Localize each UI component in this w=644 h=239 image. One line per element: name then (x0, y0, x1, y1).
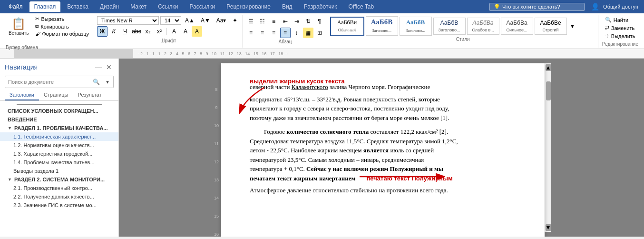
cut-label: Вырезать (41, 16, 64, 22)
align-center-button[interactable]: ≡ (257, 28, 268, 38)
paste-button[interactable]: 📋 Вставить (5, 15, 32, 48)
shading-para-button[interactable]: ▦ (303, 28, 313, 38)
styles-scroll-down[interactable]: ▼ (568, 23, 577, 30)
font-size-select[interactable]: 14 (160, 16, 181, 25)
tab-design[interactable]: Дизайн (95, 1, 124, 12)
italic-button[interactable]: К (108, 26, 119, 37)
nav-item-4[interactable]: 1.2. Нормативы оценки качеств... (0, 141, 118, 149)
nav-search-dropdown-icon[interactable]: ▾ (102, 76, 113, 88)
style-h2-button[interactable]: АаБбВ Заголово... (400, 17, 432, 36)
style-strict-button[interactable]: АаБбВе Строгий (535, 18, 567, 35)
font-group: Times New R 14 A▲ A▼ Aa▾ ✦ Ж К Ч abc x₂ … (94, 15, 243, 48)
nav-item-0[interactable]: СПИСОК УСЛОВНЫХ СОКРАЩЕН... (0, 107, 118, 115)
scrollbar-track[interactable]: ▲ ▼ (545, 63, 551, 232)
nav-controls: — ✕ (94, 62, 114, 72)
bullets-button[interactable]: ☰ (246, 16, 256, 27)
tab-office-tab[interactable]: Office Tab (344, 1, 379, 12)
nav-tab-pages[interactable]: Страницы (39, 90, 73, 100)
nav-item-5[interactable]: 1.3. Характеристика городской... (0, 149, 118, 158)
borders-button[interactable]: ⊞ (314, 28, 325, 38)
nav-search-icon[interactable]: 🔍 (90, 76, 102, 88)
increase-indent-button[interactable]: ⇥ (292, 16, 302, 27)
nav-item-8[interactable]: ▼ РАЗДЕЛ 2. СИСТЕМА МОНИТОРИ... (0, 175, 118, 184)
ruler-numbers: · 2 · 1 · 1 · 1 · 2 · 3 · 4 · 5 · 6 · 7 … (138, 51, 289, 56)
para-row2: ≡ ≡ ≡ ≡ ↕ ▦ ⊞ (246, 28, 325, 38)
style-weak-button[interactable]: АаБбВа Слабое в... (467, 18, 499, 35)
text-color-button[interactable]: A (180, 26, 191, 37)
style-weak-label: Слабое в... (472, 28, 494, 32)
tab-file[interactable]: Файл (4, 1, 28, 12)
numbering-button[interactable]: ☷ (257, 16, 268, 27)
style-h1-button[interactable]: АаБбВ Заголово... (366, 16, 398, 36)
nav-tab-results[interactable]: Результат (73, 90, 107, 100)
nav-item-1[interactable]: ВВЕДЕНИЕ (0, 115, 118, 124)
what-search-label: Что вы хотите сделать? (502, 4, 560, 10)
clear-format-button[interactable]: ✦ (230, 16, 240, 25)
nav-item-9[interactable]: 2.1. Производственный контро... (0, 184, 118, 192)
replace-button[interactable]: ⇄ Заменить (602, 24, 638, 31)
document-page[interactable]: выделил жирным кусок текста северной час… (221, 63, 545, 237)
underline-button[interactable]: Ч (120, 26, 130, 37)
multilevel-button[interactable]: ≡ (269, 16, 279, 27)
style-strong-button[interactable]: АаБбВа Сильное... (501, 18, 533, 35)
style-h3-button[interactable]: АаБбВ Заголово... (433, 18, 466, 35)
nav-item-7[interactable]: Выводы раздела 1 (0, 167, 118, 175)
style-weak-preview: АаБбВа (473, 20, 494, 26)
style-normal-preview: АаБбВи (337, 19, 357, 26)
tab-insert[interactable]: Вставка (62, 1, 93, 12)
scroll-down-button[interactable]: ▼ (546, 224, 551, 231)
copy-button[interactable]: ⧉ Копировать (33, 23, 91, 30)
share-button[interactable]: Общий доступ (601, 3, 640, 10)
nav-item-2[interactable]: ▼ РАЗДЕЛ 1. ПРОБЛЕМЫ КАЧЕСТВА... (0, 124, 118, 132)
decrease-indent-button[interactable]: ⇤ (280, 16, 291, 27)
increase-font-button[interactable]: A▲ (183, 16, 197, 25)
tab-developer[interactable]: Разработчик (299, 1, 342, 12)
format-painter-icon: 🖌 (35, 31, 40, 37)
nav-search-input[interactable] (5, 78, 90, 86)
superscript-button[interactable]: x² (154, 26, 165, 37)
document-area[interactable]: 8910111213141516 выделил жирным кусок те… (119, 59, 644, 237)
align-left-button[interactable]: ≡ (246, 28, 256, 38)
tab-view[interactable]: Вид (277, 1, 297, 12)
style-h3-preview: АаБбВ (440, 20, 459, 26)
scroll-up-button[interactable]: ▲ (546, 64, 551, 71)
show-marks-button[interactable]: ¶ (314, 16, 325, 27)
nav-item-6[interactable]: 1.4. Проблемы качества питьев... (0, 158, 118, 167)
tab-mailings[interactable]: Рассылки (185, 1, 220, 12)
nav-item-3[interactable]: 1.1. Геофизическая характерист... (0, 132, 118, 141)
tab-layout[interactable]: Макет (126, 1, 151, 12)
find-button[interactable]: 🔍 Найти (602, 16, 638, 23)
tab-review[interactable]: Рецензирование (222, 1, 275, 12)
nav-item-label-6: 1.4. Проблемы качества питьев... (13, 159, 95, 165)
strikethrough-button[interactable]: abc (131, 26, 142, 37)
nav-item-label-9: 2.1. Производственный контро... (13, 185, 92, 191)
cut-button[interactable]: ✂ Вырезать (33, 15, 91, 22)
tab-links[interactable]: Ссылки (153, 1, 183, 12)
nav-item-11[interactable]: 2.3. Значение ГИС в системе мо... (0, 201, 118, 209)
format-painter-button[interactable]: 🖌 Формат по образцу (33, 30, 91, 37)
what-search-box[interactable]: 💡 Что вы хотите сделать? (489, 3, 585, 11)
justify-button[interactable]: ≡ (280, 28, 291, 38)
nav-item-label-5: 1.3. Характеристика городской... (13, 151, 92, 157)
style-normal-button[interactable]: АаБбВи Обычный (330, 17, 364, 36)
line-spacing-button[interactable]: ↕ (292, 28, 302, 38)
scroll-thumb[interactable] (546, 81, 551, 100)
nav-item-10[interactable]: 2.2. Получение данных качеств... (0, 192, 118, 201)
bold-button[interactable]: Ж (97, 26, 107, 37)
font-name-select[interactable]: Times New R (97, 16, 159, 25)
decrease-font-button[interactable]: A▼ (198, 16, 213, 25)
nav-tab-headings[interactable]: Заголовки (5, 90, 39, 100)
change-case-button[interactable]: Aa▾ (214, 16, 229, 25)
shading-button[interactable]: A (192, 26, 202, 37)
subscript-button[interactable]: x₂ (143, 26, 153, 37)
nav-close-button[interactable]: ✕ (104, 62, 114, 72)
para-row1: ☰ ☷ ≡ ⇤ ⇥ ⇅ ¶ (246, 16, 325, 27)
ribbon-panel: 📋 Вставить ✂ Вырезать ⧉ Копировать 🖌 Фор… (0, 13, 644, 49)
text-highlight-button[interactable]: A (169, 26, 179, 37)
select-button[interactable]: ⊹ Выделить (602, 32, 638, 40)
sort-button[interactable]: ⇅ (303, 16, 313, 27)
align-right-button[interactable]: ≡ (269, 28, 279, 38)
tab-home[interactable]: Главная (29, 1, 61, 12)
nav-minimize-button[interactable]: — (94, 62, 103, 72)
ruler: · 2 · 1 · 1 · 1 · 2 · 3 · 4 · 5 · 6 · 7 … (0, 49, 644, 59)
